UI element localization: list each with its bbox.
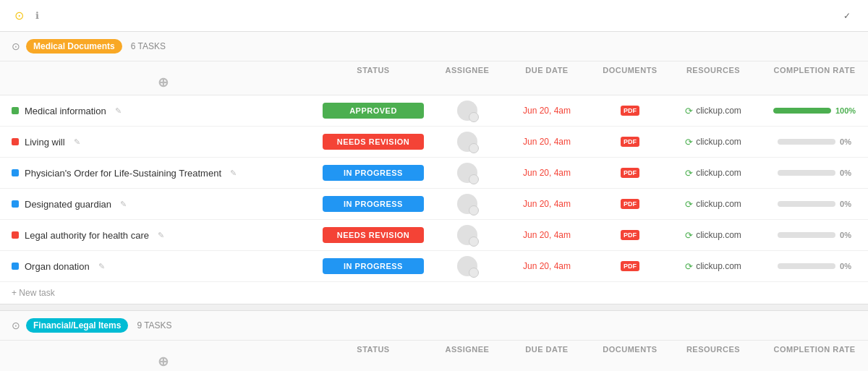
col-status: STATUS: [315, 66, 431, 74]
col-completion-rate: COMPLETION RATE: [757, 66, 868, 74]
documents-cell: PDF: [590, 199, 670, 209]
avatar[interactable]: [457, 132, 477, 152]
completion-cell: 100%: [757, 106, 868, 115]
edit-icon[interactable]: ✎: [115, 106, 122, 116]
edit-icon[interactable]: ✎: [230, 169, 237, 178]
progress-bar: [778, 170, 835, 176]
new-task-row-medical[interactable]: + New task: [0, 282, 868, 304]
documents-cell: PDF: [590, 106, 670, 116]
edit-icon[interactable]: ✎: [74, 137, 80, 147]
resources-cell: ⟳ clickup.com: [670, 106, 757, 116]
sync-icon: ⟳: [685, 168, 693, 179]
group-toggle-financial[interactable]: ⊙: [12, 320, 20, 331]
task-name-cell: Living will ✎: [12, 137, 315, 148]
info-icon[interactable]: ℹ: [35, 10, 39, 21]
status-cell: NEEDS REVISION: [315, 227, 431, 243]
documents-cell: PDF: [590, 137, 670, 147]
checkmark-icon: ✓: [843, 11, 851, 21]
assignee-cell: [431, 163, 503, 183]
progress-percent: 0%: [840, 137, 851, 146]
status-badge[interactable]: IN PROGRESS: [323, 258, 424, 274]
group-label-medical[interactable]: Medical Documents: [26, 39, 122, 54]
collapse-icon[interactable]: ⊙: [14, 9, 24, 22]
group-toggle-medical[interactable]: ⊙: [12, 40, 20, 52]
pdf-icon[interactable]: PDF: [621, 261, 639, 271]
task-dot: [12, 231, 19, 239]
task-name[interactable]: Medical information: [25, 106, 106, 116]
task-name[interactable]: Legal authority for health care: [25, 230, 149, 241]
task-dot: [12, 263, 19, 270]
sync-icon: ⟳: [685, 106, 693, 116]
avatar[interactable]: [457, 225, 477, 245]
edit-icon[interactable]: ✎: [158, 231, 164, 240]
resource-link[interactable]: clickup.com: [696, 137, 741, 147]
progress-percent: 0%: [840, 231, 851, 239]
status-badge[interactable]: APPROVED: [323, 103, 424, 119]
resource-link[interactable]: clickup.com: [696, 199, 741, 209]
pdf-icon[interactable]: PDF: [621, 137, 639, 147]
edit-icon[interactable]: ✎: [98, 262, 105, 271]
add-column-button[interactable]: ⊕: [12, 74, 315, 90]
resources-cell: ⟳ clickup.com: [670, 168, 757, 179]
resource-link[interactable]: clickup.com: [696, 230, 741, 240]
avatar[interactable]: [457, 194, 477, 214]
task-name-cell: Legal authority for health care ✎: [12, 230, 315, 241]
col-assignee: ASSIGNEE: [431, 345, 503, 354]
progress-fill: [773, 108, 831, 114]
sync-icon: ⟳: [685, 261, 693, 272]
status-badge[interactable]: NEEDS REVISION: [323, 227, 424, 243]
documents-cell: PDF: [590, 230, 670, 240]
avatar[interactable]: [457, 163, 477, 183]
due-date: Jun 20, 4am: [503, 261, 590, 271]
due-date: Jun 20, 4am: [503, 106, 590, 116]
status-cell: NEEDS REVISION: [315, 134, 431, 150]
documents-cell: PDF: [590, 261, 670, 271]
progress-percent: 0%: [840, 169, 851, 177]
pdf-icon[interactable]: PDF: [621, 168, 639, 178]
task-row: Medical information ✎ APPROVED Jun 20, 4…: [0, 95, 868, 127]
pdf-icon[interactable]: PDF: [621, 230, 639, 240]
progress-bar: [778, 232, 835, 238]
task-row: Legal authority for health care ✎ NEEDS …: [0, 220, 868, 251]
group-count-medical: 6 TASKS: [131, 41, 166, 51]
progress-bar: [778, 139, 835, 145]
task-dot: [12, 200, 19, 208]
documents-cell: PDF: [590, 168, 670, 178]
status-badge[interactable]: IN PROGRESS: [323, 196, 424, 212]
due-date: Jun 20, 4am: [503, 168, 590, 178]
task-dot: [12, 107, 19, 114]
add-column-button[interactable]: ⊕: [12, 354, 315, 370]
group-count-financial: 9 TASKS: [137, 320, 171, 331]
task-name[interactable]: Physician's Order for Life-Sustaining Tr…: [25, 168, 221, 179]
pdf-icon[interactable]: PDF: [621, 106, 639, 116]
resource-link[interactable]: clickup.com: [696, 106, 741, 116]
task-name-cell: Physician's Order for Life-Sustaining Tr…: [12, 168, 315, 179]
task-row: Designated guardian ✎ IN PROGRESS Jun 20…: [0, 189, 868, 220]
resources-cell: ⟳ clickup.com: [670, 230, 757, 241]
assignee-cell: [431, 194, 503, 214]
col-resources: RESOURCES: [670, 66, 757, 74]
pdf-icon[interactable]: PDF: [621, 199, 639, 209]
sync-icon: ⟳: [685, 230, 693, 241]
group-label-financial[interactable]: Financial/Legal Items: [26, 318, 128, 333]
assignee-cell: [431, 256, 503, 276]
task-name[interactable]: Designated guardian: [25, 199, 111, 210]
resource-link[interactable]: clickup.com: [696, 168, 741, 178]
avatar[interactable]: [457, 101, 477, 121]
edit-icon[interactable]: ✎: [120, 200, 127, 209]
avatar[interactable]: [457, 256, 477, 276]
completion-cell: 0%: [757, 231, 868, 239]
task-name[interactable]: Organ donation: [25, 261, 90, 272]
status-badge[interactable]: IN PROGRESS: [323, 165, 424, 181]
task-name-cell: Designated guardian ✎: [12, 199, 315, 210]
resource-link[interactable]: clickup.com: [696, 261, 741, 271]
status-badge[interactable]: NEEDS REVISION: [323, 134, 424, 150]
resources-cell: ⟳ clickup.com: [670, 137, 757, 148]
task-name[interactable]: Living will: [25, 137, 65, 148]
task-row: Living will ✎ NEEDS REVISION Jun 20, 4am…: [0, 127, 868, 158]
col-task-name: [12, 66, 315, 74]
status-cell: IN PROGRESS: [315, 165, 431, 181]
due-date: Jun 20, 4am: [503, 199, 590, 209]
hide-closed-button[interactable]: ✓: [843, 11, 854, 21]
progress-bar: [778, 263, 835, 269]
